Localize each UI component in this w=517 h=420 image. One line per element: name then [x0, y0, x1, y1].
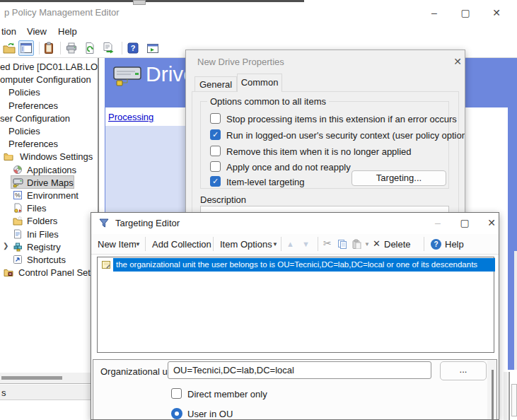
targeting-button[interactable]: Targeting... — [352, 170, 446, 186]
chevron-down-icon[interactable]: ▼ — [135, 241, 141, 247]
tree-item-shortcuts[interactable]: Shortcuts — [0, 254, 98, 267]
tree-item-ser-configuration[interactable]: ser Configuration — [0, 112, 98, 125]
delete-button[interactable]: Delete — [384, 239, 411, 250]
item-options-button[interactable]: Item Options — [220, 239, 272, 250]
copy-icon[interactable] — [337, 239, 347, 249]
direct-member-checkbox[interactable] — [171, 388, 182, 399]
close-icon[interactable]: ✕ — [449, 54, 465, 69]
user-in-ou-label: User in OU — [187, 409, 233, 419]
applications-icon — [13, 165, 23, 175]
tree-item-label: Windows Settings — [20, 151, 93, 162]
chevron-down-icon[interactable]: ▼ — [364, 241, 370, 247]
folders-icon — [13, 216, 23, 226]
tree-item-label: Shortcuts — [27, 255, 66, 265]
te-toolbar: New Item ▼ Add Collection Item Options ▼… — [91, 234, 499, 255]
new-window-icon[interactable] — [146, 41, 160, 55]
tree-item-label: Preferences — [8, 100, 58, 111]
console-tree-icon[interactable] — [18, 40, 34, 56]
targeting-items-list[interactable]: the organizational unit the user belongs… — [97, 257, 494, 353]
ou-value-input[interactable] — [168, 361, 431, 379]
tree-item-applications[interactable]: Applications — [0, 164, 98, 177]
tree-hscrollbar[interactable] — [0, 373, 98, 384]
tree-item-label: omputer Configuration — [0, 74, 91, 85]
menu-item-action[interactable]: tion — [1, 26, 16, 37]
maximize-button[interactable]: ▢ — [456, 216, 473, 230]
option-checkbox-3[interactable] — [210, 161, 221, 172]
tree-item-policies[interactable]: Policies — [0, 125, 98, 138]
help-button[interactable]: Help — [445, 239, 464, 250]
tree-hscrollbar-thumb[interactable] — [1, 376, 62, 380]
tree-item-files[interactable]: Files — [0, 202, 98, 215]
printer-icon[interactable] — [64, 41, 79, 55]
add-collection-button[interactable]: Add Collection — [152, 239, 211, 250]
tab-common[interactable]: Common — [237, 74, 282, 92]
tree-item-label: Control Panel Sett — [18, 267, 93, 278]
refresh-icon[interactable] — [83, 41, 97, 55]
minimize-button[interactable]: – — [429, 216, 446, 230]
tree-item-registry[interactable]: ❯Registry — [0, 241, 98, 254]
tree-item-omputer-configuration[interactable]: omputer Configuration — [0, 74, 98, 86]
option-label: Apply once and do not reapply — [226, 162, 351, 173]
processing-link[interactable]: Processing — [108, 112, 153, 122]
tree-item-label: ed Drive [DC01.LAB.LOCA — [0, 62, 98, 72]
option-label: Remove this item when it is no longer ap… — [226, 146, 412, 157]
status-text: s — [1, 387, 6, 398]
tree-item-control-panel-sett[interactable]: Control Panel Sett — [0, 267, 98, 279]
dialog-title: Targeting Editor — [115, 218, 180, 228]
tree-item-label: Policies — [8, 87, 40, 98]
toolbar-separator — [122, 42, 122, 54]
tree-item-environment[interactable]: %Environment — [0, 189, 98, 202]
close-button[interactable]: ✕ — [488, 6, 505, 20]
export-list-icon[interactable] — [101, 41, 115, 55]
tree-item-label: ser Configuration — [0, 113, 70, 124]
option-checkbox-0[interactable] — [210, 113, 221, 124]
detail-vscrollbar[interactable] — [487, 361, 496, 420]
detail-vscrollbar-thumb[interactable] — [492, 370, 494, 420]
tree-item-label: Policies — [8, 126, 40, 136]
option-checkbox-2[interactable] — [210, 146, 221, 156]
tree-item-drive-maps[interactable]: Drive Maps — [0, 177, 98, 189]
minimize-button[interactable]: – — [426, 6, 443, 20]
paste-icon[interactable] — [352, 239, 361, 249]
clipboard-icon[interactable] — [42, 41, 56, 55]
ini-files-icon — [13, 229, 23, 239]
tree-item-preferences[interactable]: Preferences — [0, 100, 98, 112]
tree-item-label: Drive Maps — [27, 177, 74, 188]
option-checkbox-1[interactable] — [210, 129, 221, 140]
right-edge-strip — [514, 251, 517, 370]
selected-targeting-item[interactable]: the organizational unit the user belongs… — [113, 258, 495, 272]
move-down-icon[interactable]: ▼ — [302, 240, 310, 248]
menu-item-view[interactable]: View — [27, 26, 47, 37]
menu-item-help[interactable]: Help — [58, 26, 77, 37]
tree-item-windows-settings[interactable]: Windows Settings — [0, 151, 98, 163]
browse-button[interactable]: ... — [440, 361, 487, 380]
tree-item-label: Files — [27, 203, 46, 214]
chevron-down-icon[interactable]: ▼ — [272, 241, 278, 247]
registry-icon — [13, 242, 23, 252]
detail-panel: Organizational unit ... Direct member on… — [93, 359, 497, 420]
tree-item-policies[interactable]: Policies — [0, 86, 98, 99]
chevron-right-icon[interactable]: ❯ — [3, 242, 8, 250]
window-title: p Policy Management Editor — [4, 7, 120, 18]
option-checkbox-4[interactable] — [210, 176, 221, 187]
help-circle-icon[interactable]: ? — [431, 239, 441, 250]
move-up-icon[interactable]: ▲ — [286, 240, 294, 248]
tree-item-ed-drive-dc01-lab-loca[interactable]: ed Drive [DC01.LAB.LOCA — [0, 61, 98, 74]
background-scrollbar-track — [504, 372, 508, 420]
ou-item-icon — [101, 259, 111, 269]
files-icon — [13, 203, 23, 213]
maximize-button[interactable]: ▢ — [457, 6, 474, 20]
cut-icon[interactable]: ✂ — [323, 238, 332, 249]
tree-item-preferences[interactable]: Preferences — [0, 138, 98, 151]
new-item-button[interactable]: New Item — [98, 239, 136, 250]
help-icon[interactable]: ? — [126, 41, 140, 55]
tab-general[interactable]: General — [194, 76, 237, 92]
toolbar-separator — [318, 237, 318, 251]
group-policy-editor-window: p Policy Management Editor – ▢ ✕ tion Vi… — [0, 0, 517, 420]
delete-x-icon[interactable]: ✕ — [373, 238, 381, 249]
user-in-ou-radio[interactable] — [171, 408, 182, 419]
open-folder-icon[interactable] — [2, 41, 16, 55]
close-button[interactable]: ✕ — [483, 216, 499, 230]
tree-item-ini-files[interactable]: Ini Files — [0, 228, 98, 241]
tree-item-folders[interactable]: Folders — [0, 215, 98, 228]
